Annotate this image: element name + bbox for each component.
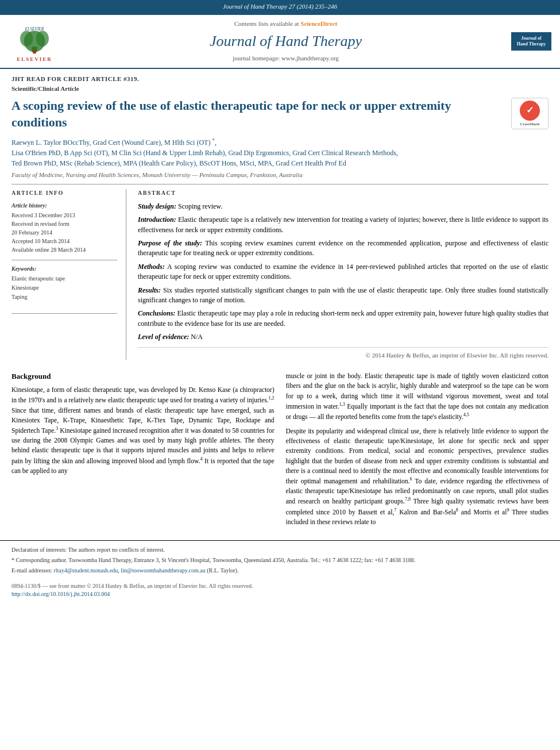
authors-block: Raewyn L. Taylor BOccThy, Grad Cert (Wou… <box>11 137 549 168</box>
background-heading: Background <box>11 371 275 382</box>
abstract-introduction: Introduction: Elastic therapeutic tape i… <box>138 215 549 235</box>
article-info-heading: Article Info <box>11 189 117 197</box>
author-2: Lisa O'Brien PhD, B App Sci (OT), M Clin… <box>11 149 398 157</box>
elsevier-logo: ELSEVIER ELSEVIER <box>9 20 60 63</box>
journal-logo-box: Journal ofHand Therapy <box>511 32 551 51</box>
logo-box-text: Journal ofHand Therapy <box>515 36 548 48</box>
svg-rect-4 <box>33 49 36 53</box>
doi-line: http://dx.doi.org/10.1016/j.jht.2014.03.… <box>11 590 549 598</box>
intro-label: Introduction: <box>138 216 176 224</box>
email-label: E-mail addresses: <box>11 567 52 574</box>
methods-label: Methods: <box>138 263 165 271</box>
info-abstract-section: Article Info Article history: Received 3… <box>11 189 549 360</box>
page: Journal of Hand Therapy 27 (2014) 235–24… <box>0 0 560 750</box>
footnote-area: Declaration of interests: The authors re… <box>0 540 560 579</box>
body-section: Background Kinesiotape, a form of elasti… <box>0 366 560 537</box>
level-text: N/A <box>191 333 203 341</box>
divider-bottom-info <box>11 313 117 314</box>
abstract-level: Level of evidence: N/A <box>138 332 549 342</box>
methods-text: A scoping review was conducted to examin… <box>138 263 549 280</box>
email-line: E-mail addresses: rltay4@student.monash.… <box>11 566 549 575</box>
journal-header-center: Contents lists available at ScienceDirec… <box>66 20 505 63</box>
sciencedirect-link[interactable]: ScienceDirect <box>300 20 337 27</box>
journal-citation-bar: Journal of Hand Therapy 27 (2014) 235–24… <box>0 0 560 13</box>
abstract-column: Abstract Study design: Scoping review. I… <box>138 189 549 360</box>
journal-title: Journal of Hand Therapy <box>66 31 505 52</box>
credit-line: JHT Read for Credit Article #319. <box>11 75 549 83</box>
declaration-text: Declaration of interests: The authors re… <box>11 545 549 554</box>
divider-1 <box>11 184 549 184</box>
results-text: Six studies reported statistically signi… <box>138 286 549 304</box>
journal-homepage: journal homepage: www.jhandtherapy.org <box>66 54 505 63</box>
elsevier-wordmark: ELSEVIER <box>17 56 52 63</box>
abstract-heading: Abstract <box>138 189 549 197</box>
background-right-para-1: muscle or joint in the body. Elastic the… <box>286 371 549 422</box>
article-content: JHT Read for Credit Article #319. Scient… <box>0 69 560 366</box>
abstract-copyright: © 2014 Hanley & Belfus, an imprint of El… <box>138 347 549 360</box>
keywords-list: Elastic therapeutic tape Kinesiotape Tap… <box>11 274 117 302</box>
abstract-results: Results: Six studies reported statistica… <box>138 286 549 306</box>
corresponding-text: * Corresponding author. Toowoomba Hand T… <box>11 556 549 564</box>
body-col-right: muscle or joint in the body. Elastic the… <box>286 371 549 532</box>
article-history-label: Article history: <box>11 202 117 210</box>
abstract-methods: Methods: A scoping review was conducted … <box>138 262 549 282</box>
abstract-study-design: Study design: Scoping review. <box>138 202 549 211</box>
svg-point-3 <box>36 30 49 47</box>
journal-header: ELSEVIER ELSEVIER Contents lists availab… <box>0 13 560 68</box>
study-design-label: Study design: <box>138 202 176 210</box>
body-col-left: Background Kinesiotape, a form of elasti… <box>11 371 275 532</box>
level-label: Level of evidence: <box>138 333 189 341</box>
purpose-label: Purpose of the study: <box>138 239 202 247</box>
elsevier-tree-icon: ELSEVIER <box>11 20 57 55</box>
background-right-para-2: Despite its popularity and widespread cl… <box>286 426 549 527</box>
affiliation: Faculty of Medicine, Nursing and Health … <box>11 171 549 179</box>
sciencedirect-line: Contents lists available at ScienceDirec… <box>66 20 505 28</box>
crossmark-icon: ✓ <box>520 101 540 121</box>
bottom-bar: 0894-1130/$ — see front matter © 2014 Ha… <box>0 579 560 601</box>
doi-link[interactable]: http://dx.doi.org/10.1016/j.jht.2014.03.… <box>11 591 110 597</box>
crossmark-label: CrossMark <box>520 122 539 127</box>
email-link-1[interactable]: rltay4@student.monash.edu <box>53 567 118 574</box>
background-left-para: Kinesiotape, a form of elastic therapeut… <box>11 385 275 476</box>
article-dates: Received 3 December 2013 Received in rev… <box>11 211 117 254</box>
journal-citation-text: Journal of Hand Therapy 27 (2014) 235–24… <box>223 3 337 10</box>
email-link-2[interactable]: lin@toowoombahandtherapy.com.au <box>121 567 205 574</box>
conclusions-label: Conclusions: <box>138 309 175 317</box>
svg-text:ELSEVIER: ELSEVIER <box>25 26 44 32</box>
article-info-column: Article Info Article history: Received 3… <box>11 189 126 360</box>
article-main-title: A scoping review of the use of elastic t… <box>11 98 549 130</box>
abstract-conclusions: Conclusions: Elastic therapeutic tape ma… <box>138 309 549 329</box>
abstract-purpose: Purpose of the study: This scoping revie… <box>138 239 549 259</box>
keywords-label: Keywords: <box>11 265 117 273</box>
body-two-col: Background Kinesiotape, a form of elasti… <box>11 371 549 532</box>
email-attribution: (R.L. Taylor). <box>207 567 238 574</box>
divider-keywords <box>11 260 117 260</box>
conclusions-text: Elastic therapeutic tape may play a role… <box>138 309 549 327</box>
issn-line: 0894-1130/$ — see front matter © 2014 Ha… <box>11 582 549 590</box>
article-type: Scientific/Clinical Article <box>11 84 549 93</box>
author-1: Raewyn L. Taylor BOccThy, Grad Cert (Wou… <box>11 139 217 147</box>
crossmark-badge[interactable]: ✓ CrossMark <box>511 98 549 129</box>
svg-point-2 <box>20 30 33 47</box>
study-design-text: Scoping review. <box>178 202 222 210</box>
results-label: Results: <box>138 286 161 294</box>
author-3: Ted Brown PhD, MSc (Rehab Science), MPA … <box>11 159 346 167</box>
intro-text: Elastic therapeutic tape is a relatively… <box>138 216 549 233</box>
